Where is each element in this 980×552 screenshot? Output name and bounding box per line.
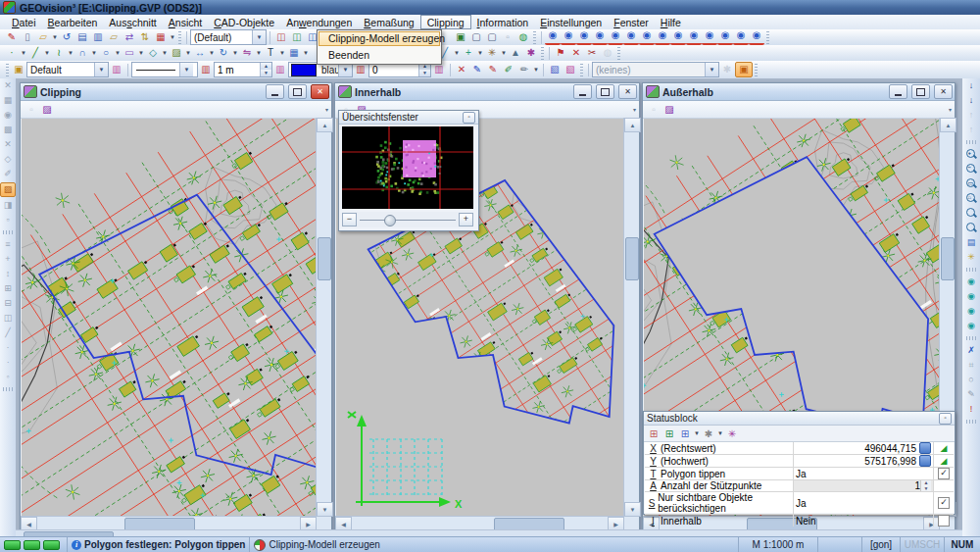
draw-arc-icon[interactable]: ∩ [74, 46, 90, 60]
dropdown-caret-icon[interactable]: ▼ [51, 34, 59, 40]
coord-10-icon[interactable]: ◉ [686, 29, 702, 45]
menu-item-bemaung[interactable]: Bemaßung [358, 15, 419, 29]
map-canvas-clipping[interactable] [22, 119, 317, 517]
dropdown-caret-icon[interactable]: ▼ [184, 50, 192, 56]
slider-knob[interactable] [384, 215, 396, 226]
flag-delete-icon[interactable]: ⚑ [553, 46, 568, 60]
save-icon[interactable]: ▤ [74, 30, 90, 44]
vertical-scrollbar[interactable]: ▲ ▼ [623, 118, 639, 517]
maximize-button[interactable] [596, 84, 614, 99]
linestyle-combo[interactable]: ▼ [131, 62, 198, 77]
dropdown-arrow-icon[interactable]: ▼ [94, 63, 108, 76]
sb-table-list-icon[interactable]: ⊞ [677, 427, 693, 440]
snap-alert-icon[interactable]: ! [964, 403, 978, 416]
rail-grip[interactable] [3, 230, 13, 234]
draw-point-icon[interactable]: · [4, 46, 20, 60]
zoom-minus-button[interactable]: − [342, 213, 357, 226]
pan-up-1-icon[interactable]: ↑ [964, 109, 978, 122]
menu-item-ansicht[interactable]: Ansicht [163, 15, 208, 29]
zoom-plus-button[interactable]: + [459, 213, 473, 226]
vertical-scrollbar[interactable]: ▲ ▼ [316, 118, 331, 517]
overview-options-button[interactable]: ▫ [463, 112, 475, 124]
close-button[interactable]: ✕ [311, 84, 329, 99]
zoom-image-icon[interactable]: ▤ [964, 236, 978, 249]
row-value[interactable]: 1▲▼ [794, 480, 933, 491]
snap-raster-icon[interactable]: ⌗ [964, 359, 978, 372]
coord-12-icon[interactable]: ◉ [717, 29, 733, 45]
open-project-icon[interactable]: ▱ [35, 30, 51, 44]
erase-icon[interactable]: ✕ [454, 63, 469, 76]
edit-hatch-icon[interactable]: ▩ [1, 124, 15, 136]
scroll-thumb[interactable] [625, 237, 639, 280]
checkbox[interactable]: ✓ [938, 497, 950, 509]
sb-table-red-icon[interactable]: ⊞ [646, 427, 662, 440]
minimize-button[interactable] [266, 84, 284, 99]
menu-item-information[interactable]: Information [471, 15, 535, 29]
checkbox[interactable] [938, 515, 950, 527]
coord-6-icon[interactable]: ◉ [623, 29, 639, 45]
zoom-window-icon[interactable]: ▭ [964, 177, 978, 190]
hatch-pink-icon[interactable]: ▧ [563, 63, 578, 76]
maximize-button[interactable] [911, 84, 930, 99]
rail-grip[interactable] [3, 387, 13, 391]
snap-boxminus-icon[interactable]: ⊟ [1, 297, 15, 310]
pen-blue-icon[interactable]: ✎ [469, 63, 485, 76]
snap-sketch-icon[interactable]: ✎ [964, 388, 978, 401]
coord-2-icon[interactable]: ◉ [561, 29, 576, 45]
snap-end-icon[interactable]: ∙ [1, 356, 15, 369]
value-options-button[interactable] [919, 442, 931, 454]
toolbar-grip[interactable] [966, 140, 976, 144]
minimize-button[interactable] [889, 84, 907, 99]
dropdown-caret-icon[interactable]: ▼ [255, 50, 263, 56]
edit-grid-icon[interactable]: ▦ [1, 94, 15, 107]
toolbar-grip[interactable] [6, 64, 9, 76]
scroll-down-icon[interactable]: ▼ [624, 502, 641, 517]
zoom-in-icon[interactable]: + [964, 148, 978, 161]
dropdown-caret-icon[interactable]: ▼ [302, 50, 310, 56]
menu-item-cadobjekte[interactable]: CAD-Objekte [208, 15, 280, 29]
snap-off-icon[interactable]: ✗ [964, 344, 978, 357]
dropdown-caret-icon[interactable]: ▼ [476, 50, 484, 56]
mirror-icon[interactable]: ⇋ [239, 46, 255, 60]
pen-gray-icon[interactable]: ✏ [516, 63, 532, 76]
scroll-up-icon[interactable]: ▲ [940, 118, 956, 132]
symbol-combo[interactable]: (keines)▼ [592, 62, 719, 77]
edit-cross-icon[interactable]: ✕ [1, 79, 15, 92]
sb-settings-icon[interactable]: ✱ [701, 427, 716, 440]
screen-active-icon[interactable]: ▣ [735, 62, 753, 77]
pen-green-icon[interactable]: ✐ [501, 63, 516, 76]
coord-9-icon[interactable]: ◉ [670, 29, 686, 45]
draw-polygon-icon[interactable]: ◇ [145, 46, 161, 60]
coord-1-icon[interactable]: ◉ [545, 29, 561, 45]
close-button[interactable]: ✕ [618, 84, 637, 99]
edit-half-icon[interactable]: ◨ [1, 199, 15, 212]
flower-disabled-icon[interactable]: ✱ [719, 63, 735, 76]
toolbar-grip[interactable] [580, 64, 583, 76]
blank-icon[interactable]: ▫ [500, 30, 515, 44]
window-tool-stamp-icon[interactable]: ▨ [662, 103, 677, 117]
flower-icon[interactable]: ✱ [523, 46, 539, 60]
coord-5-icon[interactable]: ◉ [608, 29, 623, 45]
dropdown-caret-icon[interactable]: ▼ [90, 50, 98, 56]
edit-poly-icon[interactable]: ◇ [1, 153, 15, 166]
globe-disabled-icon[interactable]: ◍ [600, 46, 615, 60]
slider-track[interactable] [360, 220, 456, 221]
toolbar-grip[interactable] [178, 31, 181, 44]
dropdown-caret-icon[interactable]: ▼ [137, 50, 145, 56]
snap-cloud-icon[interactable]: ○ [964, 374, 978, 386]
toolbar-overflow-icon[interactable]: ▾ [325, 106, 328, 113]
dropdown-caret-icon[interactable]: ▼ [693, 430, 701, 436]
dropdown-caret-icon[interactable]: ▼ [278, 50, 286, 56]
menu-item-clipping[interactable]: Clipping [420, 15, 471, 29]
dropdown-caret-icon[interactable]: ▼ [169, 34, 176, 40]
menu-item-ausschnitt[interactable]: Ausschnitt [103, 15, 162, 29]
zoom-out-icon[interactable]: − [964, 163, 978, 176]
menu-item-beenden[interactable]: Beenden [319, 49, 439, 62]
save-copy-icon[interactable]: ▥ [90, 30, 106, 44]
toolbar-grip[interactable] [541, 47, 544, 60]
toolbar-grip[interactable] [755, 64, 758, 76]
edit-target-icon[interactable]: ◉ [1, 109, 15, 122]
coord-8-icon[interactable]: ◉ [655, 29, 670, 45]
dropdown-caret-icon[interactable]: ▼ [43, 50, 51, 56]
row-control[interactable]: ◢ [933, 442, 954, 454]
